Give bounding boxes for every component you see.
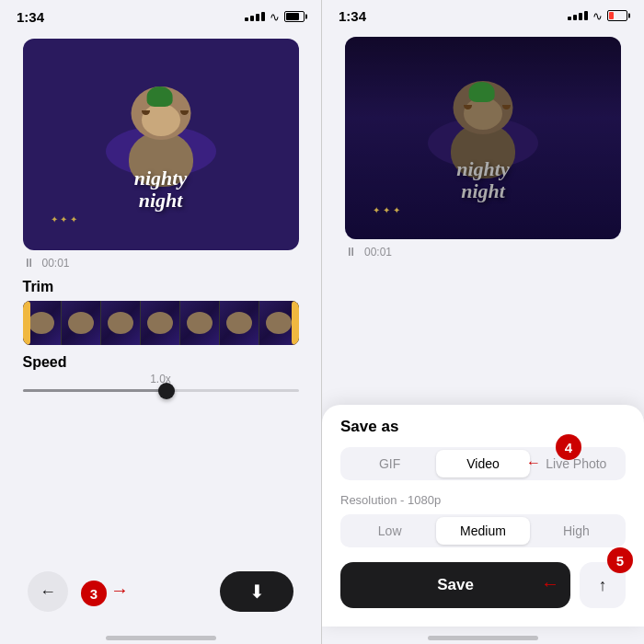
slider-track xyxy=(23,389,299,392)
left-home-indicator xyxy=(106,636,216,640)
step3-arrow: → xyxy=(110,580,129,601)
sloth-eye-left xyxy=(142,110,150,115)
right-pause-icon[interactable]: ⏸ xyxy=(345,245,357,259)
save-as-title: Save as xyxy=(340,418,626,436)
step5-arrow: ← xyxy=(541,573,559,594)
right-playback-bar: ⏸ 00:01 xyxy=(345,245,621,259)
left-status-bar: 1:34 ∿ xyxy=(0,0,321,33)
trim-frames xyxy=(23,301,299,345)
trim-strip[interactable] xyxy=(23,301,299,345)
left-bottom-toolbar: ← 3 → ⬇ xyxy=(0,562,321,627)
tab-gif[interactable]: GIF xyxy=(343,450,436,477)
download-icon: ⬇ xyxy=(249,581,265,603)
right-signal-icon xyxy=(568,11,588,20)
speed-label: Speed xyxy=(23,354,299,371)
left-status-time: 1:34 xyxy=(17,9,44,25)
right-battery-icon xyxy=(607,10,627,21)
right-time-display: 00:01 xyxy=(364,246,392,259)
sloth-animation: nighty night ✦ ✦ ✦ xyxy=(23,39,299,250)
tab-low[interactable]: Low xyxy=(343,517,436,545)
right-status-time: 1:34 xyxy=(339,8,366,24)
left-time-display: 00:01 xyxy=(42,257,70,270)
save-row: Save ↑ 5 ← xyxy=(340,562,626,608)
format-tabs: GIF Video Live Photo 4 ← xyxy=(340,447,626,480)
right-nighty-night-text: nighty night xyxy=(456,158,509,202)
right-phone-content: nighty night ✦ ✦ ✦ ⏸ 00:01 Save as GIF V… xyxy=(322,31,644,644)
right-plant-leaf xyxy=(469,82,495,102)
step-4-badge: 4 xyxy=(556,434,581,460)
speed-slider[interactable] xyxy=(23,389,299,392)
trim-handle-left[interactable] xyxy=(23,301,30,345)
nighty-night-text: nighty night xyxy=(134,167,187,212)
right-video-preview: nighty night ✦ ✦ ✦ xyxy=(345,37,621,239)
stars-decoration: ✦ ✦ ✦ xyxy=(51,214,78,224)
resolution-label: Resolution - 1080p xyxy=(340,493,626,507)
right-status-bar: 1:34 ∿ xyxy=(322,0,644,31)
step-3-badge: 3 xyxy=(81,581,107,606)
left-status-icons: ∿ xyxy=(245,10,305,24)
trim-frame-4 xyxy=(141,301,180,345)
pause-icon[interactable]: ⏸ xyxy=(23,256,35,270)
trim-frame-2 xyxy=(62,301,101,345)
tab-medium[interactable]: Medium xyxy=(436,517,529,545)
left-playback-bar: ⏸ 00:01 xyxy=(23,256,299,270)
tab-high[interactable]: High xyxy=(530,517,623,545)
right-home-indicator xyxy=(428,636,538,640)
share-icon: ↑ xyxy=(599,576,607,595)
trim-frame-6 xyxy=(220,301,259,345)
right-status-icons: ∿ xyxy=(568,9,627,23)
trim-frame-5 xyxy=(180,301,220,345)
slider-fill xyxy=(23,389,167,392)
signal-icon xyxy=(245,12,265,21)
step4-arrow: ← xyxy=(526,454,541,471)
wifi-icon: ∿ xyxy=(270,10,280,24)
slider-thumb[interactable] xyxy=(158,383,175,399)
back-button[interactable]: ← xyxy=(28,571,68,612)
quality-tabs: Low Medium High xyxy=(340,514,626,547)
battery-icon xyxy=(284,11,305,22)
sloth-eye-right xyxy=(180,110,189,115)
save-panel: Save as GIF Video Live Photo 4 ← Resolut… xyxy=(322,405,644,627)
save-button[interactable]: Save xyxy=(340,562,570,608)
trim-handle-right[interactable] xyxy=(292,301,299,345)
right-stars-decoration: ✦ ✦ ✦ xyxy=(373,205,400,215)
right-phone: 1:34 ∿ xyxy=(322,0,644,644)
tab-video[interactable]: Video xyxy=(436,450,529,477)
plant-leaf xyxy=(146,86,172,107)
trim-label: Trim xyxy=(23,279,299,295)
left-phone: 1:34 ∿ nighty night xyxy=(0,0,322,644)
left-video-preview: nighty night ✦ ✦ ✦ xyxy=(23,39,299,250)
download-button[interactable]: ⬇ xyxy=(220,571,293,612)
trim-frame-3 xyxy=(101,301,141,345)
step-5-badge: 5 xyxy=(607,547,633,573)
sloth-face xyxy=(142,104,180,136)
right-wifi-icon: ∿ xyxy=(592,9,603,23)
back-icon: ← xyxy=(40,582,56,602)
